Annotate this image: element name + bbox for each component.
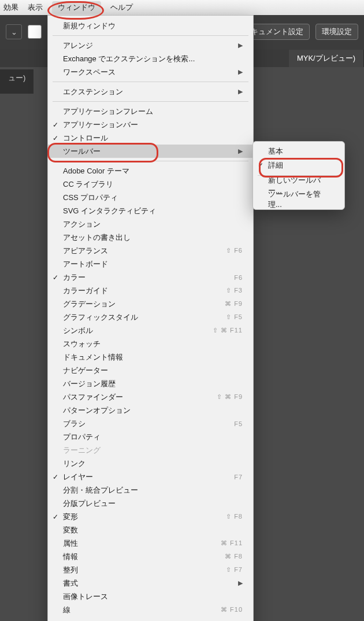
menu-item: ラーニング xyxy=(48,443,253,457)
menu-item[interactable]: 変数 xyxy=(48,523,253,537)
menu-item[interactable]: シンボル⇧ ⌘ F11 xyxy=(48,324,253,337)
menu-item-label: パスファインダー xyxy=(63,392,123,402)
check-icon: ✓ xyxy=(53,121,58,129)
menu-item[interactable]: バージョン履歴 xyxy=(48,377,253,390)
menu-item[interactable]: リンク xyxy=(48,457,253,470)
menu-item-label: 変形 xyxy=(63,512,78,522)
menu-item[interactable]: カラーガイド⇧ F3 xyxy=(48,284,253,297)
menu-item[interactable]: 分版プレビュー xyxy=(48,497,253,510)
menu-item-label: 新規ウィンドウ xyxy=(63,21,116,31)
menu-item[interactable]: ブラシF5 xyxy=(48,417,253,430)
submenu-item[interactable]: ツールバーを管理... xyxy=(253,193,344,206)
menu-item[interactable]: ツールバー▶ xyxy=(48,145,253,158)
menu-item[interactable]: パターンオプション xyxy=(48,404,253,417)
menu-item-label: アクション xyxy=(63,219,101,230)
document-tab[interactable]: MYK/プレビュー) xyxy=(289,50,364,67)
menu-item[interactable]: ナビゲーター xyxy=(48,364,253,377)
menu-item[interactable]: 分割・統合プレビュー xyxy=(48,483,253,497)
toolbar-submenu[interactable]: 基本✓詳細新しいツールバー...ツールバーを管理... xyxy=(252,141,345,210)
menu-item[interactable]: アプリケーションフレーム xyxy=(48,105,253,118)
menu-shortcut: F5 xyxy=(234,420,243,427)
menu-shortcut: ⇧ F8 xyxy=(226,513,243,520)
menu-item[interactable]: ✓アプリケーションバー xyxy=(48,118,253,131)
menu-item[interactable]: スウォッチ xyxy=(48,337,253,350)
menu-item-label: カラー xyxy=(63,272,86,283)
menu-item[interactable]: プロパティ xyxy=(48,430,253,443)
menu-scroll-down-icon[interactable]: ▾ xyxy=(48,616,253,621)
menu-item-label: アレンジ xyxy=(63,40,93,51)
menu-item[interactable]: アートボード xyxy=(48,257,253,271)
check-icon: ✓ xyxy=(258,161,263,169)
submenu-item[interactable]: ✓詳細 xyxy=(253,158,344,172)
menu-item[interactable]: CSS プロパティ xyxy=(48,191,253,204)
menu-item-label: アプリケーションバー xyxy=(63,120,138,130)
menu-item[interactable]: ✓コントロール xyxy=(48,131,253,145)
submenu-arrow-icon: ▶ xyxy=(238,42,243,49)
chevron-down-icon: ⌄ xyxy=(11,28,17,36)
menu-item-label: プロパティ xyxy=(63,432,101,442)
menu-shortcut: F7 xyxy=(234,474,243,480)
menu-item-label: 分版プレビュー xyxy=(63,498,116,509)
menu-item-label: 情報 xyxy=(63,552,78,562)
menu-help[interactable]: ヘルプ xyxy=(110,2,133,13)
submenu-item-label: ツールバーを管理... xyxy=(268,189,334,210)
menu-effects[interactable]: 効果 xyxy=(3,2,18,13)
menu-shortcut: ⇧ ⌘ F9 xyxy=(217,393,243,401)
menu-item-label: リンク xyxy=(63,459,86,469)
menu-item[interactable]: SVG インタラクティビティ xyxy=(48,204,253,217)
menu-item-label: バージョン履歴 xyxy=(63,379,116,389)
menu-item[interactable]: 線⌘ F10 xyxy=(48,603,253,616)
menu-item[interactable]: Exchange でエクステンションを検索... xyxy=(48,52,253,65)
menu-item[interactable]: ✓カラーF6 xyxy=(48,271,253,284)
menu-separator xyxy=(53,82,248,82)
menu-item[interactable]: 整列⇧ F7 xyxy=(48,563,253,576)
menu-item-label: ナビゲーター xyxy=(63,365,108,376)
menu-item-label: アプリケーションフレーム xyxy=(63,106,153,117)
menu-shortcut: ⇧ F6 xyxy=(226,247,243,254)
menu-item[interactable]: アレンジ▶ xyxy=(48,39,253,52)
menu-item-label: グラデーション xyxy=(63,299,116,309)
tool-dropdown[interactable]: ⌄ xyxy=(6,24,22,39)
submenu-arrow-icon: ▶ xyxy=(238,88,243,95)
menu-item-label: ブラシ xyxy=(63,419,86,429)
menu-item[interactable]: グラフィックスタイル⇧ F5 xyxy=(48,310,253,324)
menu-item[interactable]: 新規ウィンドウ xyxy=(48,19,253,32)
menu-item-label: パターンオプション xyxy=(63,405,131,416)
check-icon: ✓ xyxy=(53,273,58,282)
menu-item-label: レイヤー xyxy=(63,472,93,482)
menu-item[interactable]: CC ライブラリ xyxy=(48,178,253,191)
menu-shortcut: ⌘ F11 xyxy=(221,539,243,547)
menu-separator xyxy=(53,35,248,36)
menu-item[interactable]: 書式▶ xyxy=(48,576,253,590)
menu-item-label: 線 xyxy=(63,605,70,615)
window-menu[interactable]: 新規ウィンドウアレンジ▶Exchange でエクステンションを検索...ワークス… xyxy=(47,15,254,621)
menu-item-label: ラーニング xyxy=(63,445,101,456)
menu-window[interactable]: ウィンドウ xyxy=(52,1,101,14)
menu-item-label: アセットの書き出し xyxy=(63,232,131,243)
menu-shortcut: ⇧ F5 xyxy=(226,313,243,321)
menu-item[interactable]: アピアランス⇧ F6 xyxy=(48,244,253,257)
menu-item-label: アピアランス xyxy=(63,246,108,256)
menu-item[interactable]: アセットの書き出し xyxy=(48,231,253,244)
menu-item[interactable]: 情報⌘ F8 xyxy=(48,550,253,563)
document-tab-secondary: ュー) xyxy=(0,69,34,94)
menu-item-label: エクステンション xyxy=(63,87,123,97)
submenu-item[interactable]: 基本 xyxy=(253,145,344,158)
menubar[interactable]: 効果 表示 ウィンドウ ヘルプ xyxy=(0,0,364,16)
menu-item[interactable]: アクション xyxy=(48,217,253,231)
menu-item[interactable]: ✓変形⇧ F8 xyxy=(48,510,253,523)
menu-item[interactable]: パスファインダー⇧ ⌘ F9 xyxy=(48,390,253,404)
menu-item-label: ドキュメント情報 xyxy=(63,352,123,363)
check-icon: ✓ xyxy=(53,473,58,481)
menu-view[interactable]: 表示 xyxy=(28,2,43,13)
preferences-button[interactable]: 環境設定 xyxy=(315,24,358,40)
menu-item[interactable]: ワークスペース▶ xyxy=(48,65,253,79)
menu-item[interactable]: Adobe Color テーマ xyxy=(48,164,253,178)
menu-item[interactable]: エクステンション▶ xyxy=(48,85,253,98)
menu-item[interactable]: グラデーション⌘ F9 xyxy=(48,297,253,310)
menu-item[interactable]: ✓レイヤーF7 xyxy=(48,470,253,483)
menu-item[interactable]: ドキュメント情報 xyxy=(48,350,253,364)
menu-item[interactable]: 画像トレース xyxy=(48,590,253,603)
fill-swatch[interactable] xyxy=(28,25,42,39)
menu-item[interactable]: 属性⌘ F11 xyxy=(48,537,253,550)
